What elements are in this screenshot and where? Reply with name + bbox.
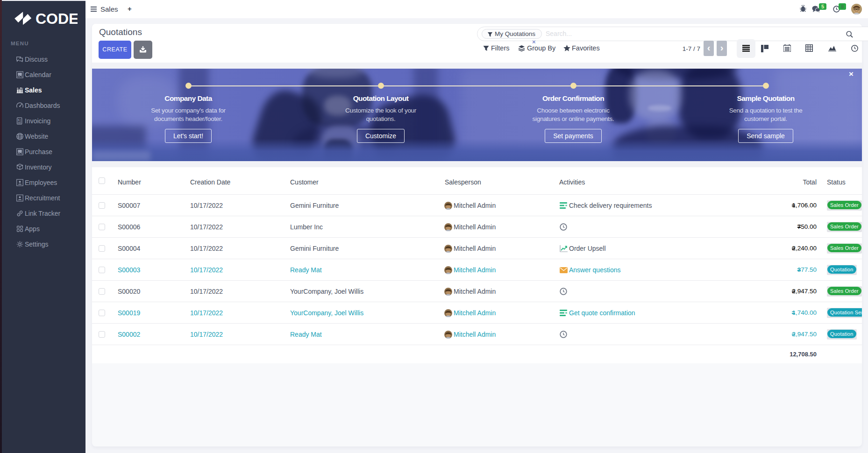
svg-text:CODE: CODE (36, 10, 78, 27)
svg-text:$: $ (18, 119, 20, 121)
